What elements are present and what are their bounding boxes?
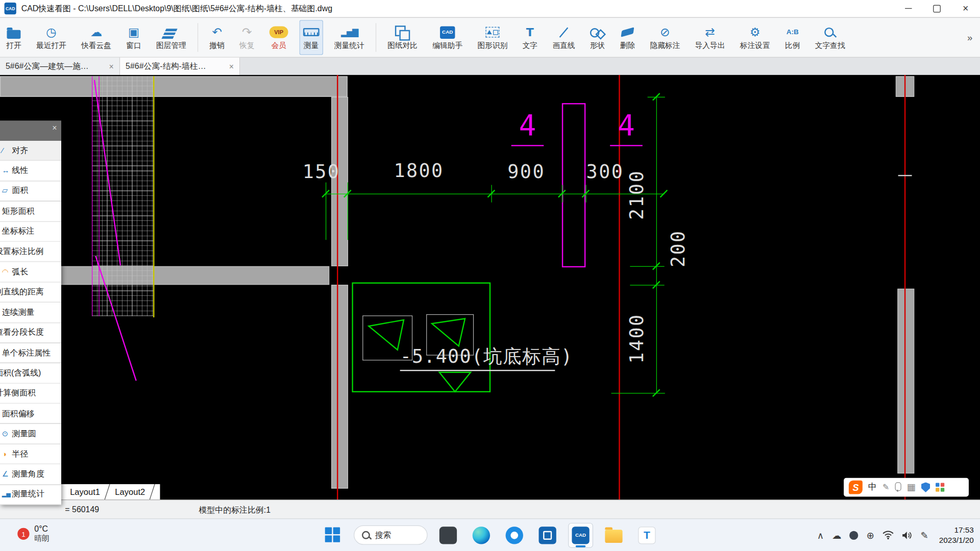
taskbar-app-dark[interactable]	[435, 522, 460, 547]
measure-item-radius[interactable]: ◑半径	[0, 444, 61, 464]
ime-language-toggle[interactable]: 中	[868, 482, 877, 493]
shapes-label: 形状	[590, 41, 605, 51]
vip-icon: VIP	[270, 26, 288, 38]
shape-recognition-button[interactable]: 图形识别	[474, 20, 511, 55]
messenger-icon	[506, 527, 523, 544]
measure-item-continuous[interactable]: 连续测量	[0, 303, 61, 323]
recent-label: 最近打开	[36, 41, 66, 51]
drawing-compare-button[interactable]: 图纸对比	[384, 20, 421, 55]
recent-button[interactable]: ◷最近打开	[33, 20, 70, 55]
delete-button[interactable]: 删除	[616, 20, 639, 55]
microphone-icon[interactable]	[895, 482, 901, 491]
clock-date: 2023/1/20	[939, 535, 974, 545]
layers-icon	[165, 29, 177, 31]
grid-line-red	[904, 75, 905, 500]
measure-panel-header[interactable]: ×	[0, 120, 61, 140]
close-button[interactable]: ×	[951, 0, 980, 17]
taskbar-app-edge[interactable]	[469, 522, 494, 547]
tab-close-icon[interactable]: ×	[109, 62, 114, 71]
edit-assistant-button[interactable]: CAD编辑助手	[429, 20, 466, 55]
wifi-icon[interactable]	[883, 531, 894, 540]
shapes-button[interactable]: 形状	[586, 20, 609, 55]
taskbar-app-cad-viewer[interactable]	[535, 522, 560, 547]
undo-button[interactable]: ↶撤销	[206, 20, 228, 55]
panel-close-icon[interactable]: ×	[52, 123, 57, 132]
measure-button[interactable]: 测量	[300, 20, 324, 55]
ruler-icon	[303, 28, 320, 36]
scale-ratio-button[interactable]: A:B比例	[781, 20, 804, 55]
minimize-icon	[904, 8, 911, 9]
taskbar-clock[interactable]: 17:53 2023/1/20	[939, 525, 974, 545]
taskbar-app-messenger[interactable]	[502, 522, 527, 547]
minimize-button[interactable]	[894, 0, 922, 17]
measure-item-linear[interactable]: ↔线性	[0, 161, 61, 181]
wall-vertical-lower	[331, 285, 348, 488]
measure-panel: × ∕对齐 ↔线性 ▱面积 矩形面积 坐标标注 设置标注比例 ◠弧长 到直线的距…	[0, 120, 61, 505]
measure-item-circle[interactable]: ⊙测量圆	[0, 424, 61, 444]
tab-close-icon[interactable]: ×	[229, 62, 234, 71]
layout2-tab[interactable]: Layout2	[112, 487, 148, 496]
measure-item-scale[interactable]: 设置标注比例	[0, 242, 61, 262]
tab-structure-drawing[interactable]: 5#6#公寓-结构-墙柱… ×	[120, 58, 240, 75]
sogou-logo-icon[interactable]: S	[849, 481, 863, 494]
taskbar-app-file-explorer[interactable]	[601, 522, 626, 547]
measure-item-segment-length[interactable]: 查看分段长度	[0, 322, 61, 343]
measure-item-distance-to-line[interactable]: 到直线的距离	[0, 282, 61, 303]
plus-circle-icon[interactable]: ⊕	[866, 530, 874, 541]
measure-item-area-with-arc[interactable]: 面积(含弧线)	[0, 363, 61, 384]
draw-line-button[interactable]: 画直线	[549, 20, 579, 55]
annotation-settings-button[interactable]: ⚙标注设置	[736, 20, 773, 55]
weather-widget[interactable]: 1 0°C 晴朗	[17, 524, 49, 543]
measure-item-angle[interactable]: ∠测量角度	[0, 464, 61, 485]
measure-item-align[interactable]: ∕对齐	[0, 141, 61, 161]
ime-menu-grid-icon[interactable]	[936, 483, 944, 492]
measure-item-arc-length[interactable]: ◠弧长	[0, 262, 61, 282]
text-tool-button[interactable]: T文字	[519, 20, 541, 55]
cloud-icon: ☁	[90, 24, 102, 41]
vip-member-button[interactable]: VIP会员	[265, 20, 291, 55]
start-button[interactable]	[321, 522, 346, 547]
measure-item-area[interactable]: ▱面积	[0, 181, 61, 202]
tray-expand-icon[interactable]: ∧	[817, 530, 824, 541]
shield-icon[interactable]	[921, 482, 930, 492]
redo-button[interactable]: ↷恢复	[236, 20, 258, 55]
app-logo-text: CAD	[6, 6, 15, 11]
pen-icon[interactable]: ✎	[920, 530, 928, 541]
measure-item-side-area[interactable]: 计算侧面积	[0, 383, 61, 404]
hide-annotation-button[interactable]: ⊘隐藏标注	[646, 20, 683, 55]
drawing-canvas[interactable]: 4 4 150 1800 900 300 2100 200 1400	[0, 75, 980, 500]
import-export-label: 导入导出	[695, 41, 725, 51]
measure-item-label: 单个标注属性	[2, 347, 51, 358]
measure-item-area-offset[interactable]: 面积偏移	[0, 404, 61, 424]
nightlight-icon[interactable]	[849, 531, 858, 539]
measure-item-coordinate[interactable]: 坐标标注	[0, 221, 61, 242]
window-icon: ▣	[128, 24, 139, 41]
open-button[interactable]: 打开	[3, 20, 25, 55]
onedrive-cloud-icon[interactable]: ☁	[832, 530, 841, 541]
line-icon	[559, 27, 569, 37]
tab-building-drawing[interactable]: 5#6#公寓—建筑—施… ×	[0, 58, 120, 75]
maximize-button[interactable]	[922, 0, 951, 17]
cloud-drive-button[interactable]: ☁快看云盘	[78, 20, 115, 55]
taskbar-app-cad-active[interactable]: CAD	[568, 522, 593, 547]
measure-item-annotation-property[interactable]: 单个标注属性	[0, 343, 61, 363]
dim-text: 900	[507, 162, 545, 181]
measure-stats-button[interactable]: ▂▅▇测量统计	[331, 20, 368, 55]
text-search-button[interactable]: 文字查找	[811, 20, 848, 55]
layout1-tab[interactable]: Layout1	[67, 487, 103, 496]
wall-right-vertical	[897, 289, 914, 473]
ime-pen-icon[interactable]: ✎	[883, 483, 889, 492]
keyboard-icon[interactable]: ▦	[907, 483, 916, 492]
toolbar-more-button[interactable]: »	[962, 32, 977, 42]
volume-icon[interactable]	[902, 531, 913, 539]
measure-item-rect-area[interactable]: 矩形面积	[0, 201, 61, 221]
stats-icon: ▂▅	[2, 491, 11, 497]
clock-time: 17:53	[939, 525, 974, 535]
measurement-result: = 560149	[65, 505, 99, 514]
import-export-button[interactable]: ⇄导入导出	[691, 20, 728, 55]
taskbar-search[interactable]: 搜索	[354, 525, 427, 545]
window-tool-button[interactable]: ▣窗口	[122, 20, 145, 55]
taskbar-app-t[interactable]: T	[634, 522, 659, 547]
measure-item-stats[interactable]: ▂▅测量统计	[0, 485, 61, 505]
layer-manager-button[interactable]: 图层管理	[153, 20, 190, 55]
